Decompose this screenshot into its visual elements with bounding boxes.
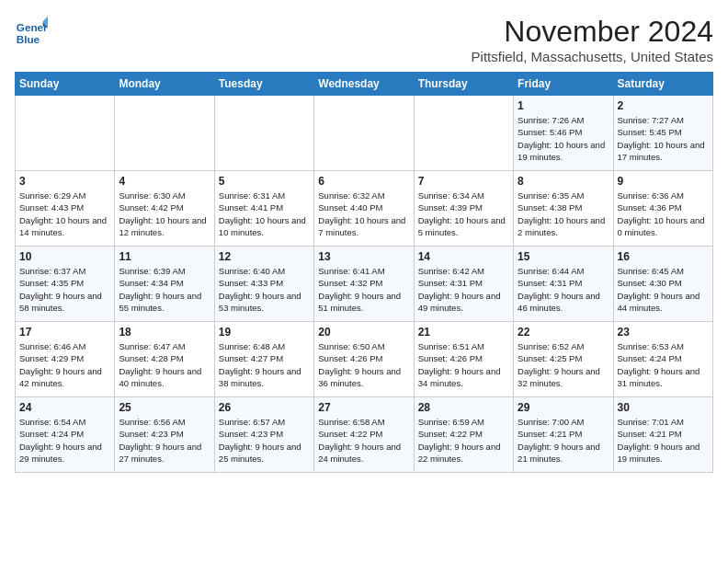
calendar-cell: 5Sunrise: 6:31 AM Sunset: 4:41 PM Daylig… bbox=[214, 171, 313, 247]
calendar-cell: 6Sunrise: 6:32 AM Sunset: 4:40 PM Daylig… bbox=[314, 171, 414, 247]
day-info: Sunrise: 6:57 AM Sunset: 4:23 PM Dayligh… bbox=[219, 416, 310, 465]
calendar-cell: 30Sunrise: 7:01 AM Sunset: 4:21 PM Dayli… bbox=[613, 397, 712, 473]
calendar-week-row: 10Sunrise: 6:37 AM Sunset: 4:35 PM Dayli… bbox=[16, 247, 713, 322]
calendar-cell: 23Sunrise: 6:53 AM Sunset: 4:24 PM Dayli… bbox=[613, 322, 712, 397]
month-title: November 2024 bbox=[472, 15, 713, 49]
calendar-cell: 9Sunrise: 6:36 AM Sunset: 4:36 PM Daylig… bbox=[613, 171, 712, 247]
day-info: Sunrise: 6:40 AM Sunset: 4:33 PM Dayligh… bbox=[219, 265, 310, 314]
day-number: 5 bbox=[219, 175, 310, 188]
day-info: Sunrise: 6:31 AM Sunset: 4:41 PM Dayligh… bbox=[219, 190, 310, 238]
calendar-table: SundayMondayTuesdayWednesdayThursdayFrid… bbox=[15, 72, 713, 473]
calendar-header-row: SundayMondayTuesdayWednesdayThursdayFrid… bbox=[16, 73, 713, 96]
calendar-cell: 18Sunrise: 6:47 AM Sunset: 4:28 PM Dayli… bbox=[115, 322, 214, 397]
calendar-cell: 10Sunrise: 6:37 AM Sunset: 4:35 PM Dayli… bbox=[16, 247, 115, 322]
day-info: Sunrise: 6:56 AM Sunset: 4:23 PM Dayligh… bbox=[119, 416, 210, 465]
day-info: Sunrise: 6:30 AM Sunset: 4:42 PM Dayligh… bbox=[119, 190, 210, 238]
calendar-week-row: 17Sunrise: 6:46 AM Sunset: 4:29 PM Dayli… bbox=[16, 322, 713, 397]
calendar-day-header: Sunday bbox=[16, 73, 115, 96]
calendar-cell: 15Sunrise: 6:44 AM Sunset: 4:31 PM Dayli… bbox=[514, 247, 613, 322]
day-info: Sunrise: 6:47 AM Sunset: 4:28 PM Dayligh… bbox=[119, 340, 210, 389]
calendar-cell: 2Sunrise: 7:27 AM Sunset: 5:45 PM Daylig… bbox=[613, 96, 712, 171]
calendar-cell: 26Sunrise: 6:57 AM Sunset: 4:23 PM Dayli… bbox=[214, 397, 313, 473]
day-info: Sunrise: 6:36 AM Sunset: 4:36 PM Dayligh… bbox=[618, 190, 709, 238]
day-number: 13 bbox=[318, 250, 409, 263]
calendar-cell bbox=[214, 96, 313, 171]
day-info: Sunrise: 7:01 AM Sunset: 4:21 PM Dayligh… bbox=[618, 416, 709, 465]
calendar-day-header: Monday bbox=[115, 73, 214, 96]
day-info: Sunrise: 6:50 AM Sunset: 4:26 PM Dayligh… bbox=[318, 340, 409, 389]
day-info: Sunrise: 7:27 AM Sunset: 5:45 PM Dayligh… bbox=[618, 114, 709, 163]
calendar-cell: 27Sunrise: 6:58 AM Sunset: 4:22 PM Dayli… bbox=[314, 397, 414, 473]
day-number: 19 bbox=[219, 326, 310, 339]
calendar-cell: 21Sunrise: 6:51 AM Sunset: 4:26 PM Dayli… bbox=[414, 322, 513, 397]
day-number: 29 bbox=[518, 401, 609, 414]
day-info: Sunrise: 6:35 AM Sunset: 4:38 PM Dayligh… bbox=[518, 190, 609, 238]
day-number: 18 bbox=[119, 326, 210, 339]
day-info: Sunrise: 7:00 AM Sunset: 4:21 PM Dayligh… bbox=[518, 416, 609, 465]
day-number: 30 bbox=[618, 401, 709, 414]
day-number: 14 bbox=[418, 250, 509, 263]
day-number: 17 bbox=[19, 326, 110, 339]
day-number: 8 bbox=[518, 175, 609, 188]
day-info: Sunrise: 6:51 AM Sunset: 4:26 PM Dayligh… bbox=[418, 340, 509, 389]
calendar-cell bbox=[314, 96, 414, 171]
title-block: November 2024 Pittsfield, Massachusetts,… bbox=[472, 15, 713, 64]
day-number: 26 bbox=[219, 401, 310, 414]
calendar-cell: 16Sunrise: 6:45 AM Sunset: 4:30 PM Dayli… bbox=[613, 247, 712, 322]
day-info: Sunrise: 6:29 AM Sunset: 4:43 PM Dayligh… bbox=[19, 190, 110, 238]
calendar-cell: 24Sunrise: 6:54 AM Sunset: 4:24 PM Dayli… bbox=[16, 397, 115, 473]
day-number: 7 bbox=[418, 175, 509, 188]
calendar-cell: 19Sunrise: 6:48 AM Sunset: 4:27 PM Dayli… bbox=[214, 322, 313, 397]
calendar-cell bbox=[414, 96, 513, 171]
day-info: Sunrise: 6:58 AM Sunset: 4:22 PM Dayligh… bbox=[318, 416, 409, 465]
day-info: Sunrise: 6:41 AM Sunset: 4:32 PM Dayligh… bbox=[318, 265, 409, 314]
day-info: Sunrise: 6:44 AM Sunset: 4:31 PM Dayligh… bbox=[518, 265, 609, 314]
day-info: Sunrise: 6:34 AM Sunset: 4:39 PM Dayligh… bbox=[418, 190, 509, 238]
calendar-day-header: Tuesday bbox=[214, 73, 313, 96]
day-number: 21 bbox=[418, 326, 509, 339]
calendar-cell: 12Sunrise: 6:40 AM Sunset: 4:33 PM Dayli… bbox=[214, 247, 313, 322]
day-number: 20 bbox=[318, 326, 409, 339]
calendar-day-header: Wednesday bbox=[314, 73, 414, 96]
day-info: Sunrise: 6:39 AM Sunset: 4:34 PM Dayligh… bbox=[119, 265, 210, 314]
calendar-day-header: Saturday bbox=[613, 73, 712, 96]
day-info: Sunrise: 6:53 AM Sunset: 4:24 PM Dayligh… bbox=[618, 340, 709, 389]
day-info: Sunrise: 6:59 AM Sunset: 4:22 PM Dayligh… bbox=[418, 416, 509, 465]
day-number: 25 bbox=[119, 401, 210, 414]
calendar-cell: 22Sunrise: 6:52 AM Sunset: 4:25 PM Dayli… bbox=[514, 322, 613, 397]
day-number: 16 bbox=[618, 250, 709, 263]
calendar-week-row: 1Sunrise: 7:26 AM Sunset: 5:46 PM Daylig… bbox=[16, 96, 713, 171]
day-info: Sunrise: 6:52 AM Sunset: 4:25 PM Dayligh… bbox=[518, 340, 609, 389]
svg-text:Blue: Blue bbox=[17, 33, 40, 45]
day-info: Sunrise: 6:54 AM Sunset: 4:24 PM Dayligh… bbox=[19, 416, 110, 465]
day-number: 2 bbox=[618, 99, 709, 112]
day-number: 28 bbox=[418, 401, 509, 414]
calendar-cell bbox=[115, 96, 214, 171]
calendar-day-header: Friday bbox=[514, 73, 613, 96]
day-info: Sunrise: 6:37 AM Sunset: 4:35 PM Dayligh… bbox=[19, 265, 110, 314]
logo: General Blue bbox=[15, 15, 48, 48]
page-header: General Blue November 2024 Pittsfield, M… bbox=[15, 15, 713, 64]
day-number: 22 bbox=[518, 326, 609, 339]
day-number: 4 bbox=[119, 175, 210, 188]
day-number: 3 bbox=[19, 175, 110, 188]
day-info: Sunrise: 6:42 AM Sunset: 4:31 PM Dayligh… bbox=[418, 265, 509, 314]
day-info: Sunrise: 7:26 AM Sunset: 5:46 PM Dayligh… bbox=[518, 114, 609, 163]
day-info: Sunrise: 6:32 AM Sunset: 4:40 PM Dayligh… bbox=[318, 190, 409, 238]
location-title: Pittsfield, Massachusetts, United States bbox=[472, 49, 713, 64]
calendar-cell: 29Sunrise: 7:00 AM Sunset: 4:21 PM Dayli… bbox=[514, 397, 613, 473]
day-number: 15 bbox=[518, 250, 609, 263]
day-info: Sunrise: 6:46 AM Sunset: 4:29 PM Dayligh… bbox=[19, 340, 110, 389]
calendar-cell: 11Sunrise: 6:39 AM Sunset: 4:34 PM Dayli… bbox=[115, 247, 214, 322]
calendar-cell: 7Sunrise: 6:34 AM Sunset: 4:39 PM Daylig… bbox=[414, 171, 513, 247]
day-number: 9 bbox=[618, 175, 709, 188]
day-number: 27 bbox=[318, 401, 409, 414]
calendar-cell: 3Sunrise: 6:29 AM Sunset: 4:43 PM Daylig… bbox=[16, 171, 115, 247]
calendar-cell: 1Sunrise: 7:26 AM Sunset: 5:46 PM Daylig… bbox=[514, 96, 613, 171]
calendar-cell: 25Sunrise: 6:56 AM Sunset: 4:23 PM Dayli… bbox=[115, 397, 214, 473]
calendar-day-header: Thursday bbox=[414, 73, 513, 96]
calendar-week-row: 24Sunrise: 6:54 AM Sunset: 4:24 PM Dayli… bbox=[16, 397, 713, 473]
day-info: Sunrise: 6:45 AM Sunset: 4:30 PM Dayligh… bbox=[618, 265, 709, 314]
calendar-cell: 4Sunrise: 6:30 AM Sunset: 4:42 PM Daylig… bbox=[115, 171, 214, 247]
day-number: 11 bbox=[119, 250, 210, 263]
